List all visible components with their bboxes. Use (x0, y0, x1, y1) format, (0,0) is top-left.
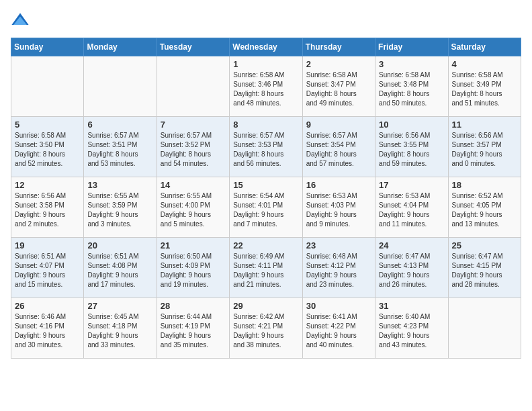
day-number: 9 (306, 120, 371, 130)
day-number: 19 (15, 240, 80, 250)
day-number: 29 (233, 301, 298, 311)
day-info: Sunrise: 6:56 AM Sunset: 3:58 PM Dayligh… (15, 191, 80, 229)
calendar-cell: 5Sunrise: 6:58 AM Sunset: 3:50 PM Daylig… (11, 117, 84, 177)
day-number: 16 (306, 180, 371, 190)
day-number: 27 (87, 301, 152, 311)
day-number: 25 (452, 240, 517, 250)
calendar-cell: 28Sunrise: 6:44 AM Sunset: 4:19 PM Dayli… (157, 298, 229, 359)
weekday-header-saturday: Saturday (448, 38, 521, 56)
day-number: 23 (306, 240, 371, 250)
day-info: Sunrise: 6:50 AM Sunset: 4:09 PM Dayligh… (161, 252, 226, 289)
day-number: 28 (161, 301, 226, 311)
weekday-header-wednesday: Wednesday (230, 38, 302, 56)
week-row-2: 5Sunrise: 6:58 AM Sunset: 3:50 PM Daylig… (11, 117, 521, 177)
day-info: Sunrise: 6:55 AM Sunset: 4:00 PM Dayligh… (161, 191, 226, 229)
weekday-header-thursday: Thursday (302, 38, 375, 56)
calendar-cell: 15Sunrise: 6:54 AM Sunset: 4:01 PM Dayli… (230, 177, 302, 238)
logo (11, 11, 32, 30)
calendar-cell: 6Sunrise: 6:57 AM Sunset: 3:51 PM Daylig… (84, 117, 157, 177)
weekday-header-sunday: Sunday (11, 38, 84, 56)
day-number: 15 (233, 180, 298, 190)
weekday-header-row: SundayMondayTuesdayWednesdayThursdayFrid… (11, 38, 521, 56)
day-info: Sunrise: 6:58 AM Sunset: 3:48 PM Dayligh… (379, 71, 444, 108)
logo-icon (11, 11, 30, 30)
calendar-cell: 8Sunrise: 6:57 AM Sunset: 3:53 PM Daylig… (230, 117, 302, 177)
calendar-cell: 2Sunrise: 6:58 AM Sunset: 3:47 PM Daylig… (302, 56, 375, 117)
calendar-cell: 24Sunrise: 6:47 AM Sunset: 4:13 PM Dayli… (375, 238, 448, 298)
day-number: 10 (379, 120, 444, 130)
day-number: 6 (87, 120, 152, 130)
calendar-cell (448, 298, 521, 359)
calendar-cell: 19Sunrise: 6:51 AM Sunset: 4:07 PM Dayli… (11, 238, 84, 298)
day-info: Sunrise: 6:57 AM Sunset: 3:54 PM Dayligh… (306, 131, 371, 169)
calendar-cell: 16Sunrise: 6:53 AM Sunset: 4:03 PM Dayli… (302, 177, 375, 238)
day-info: Sunrise: 6:56 AM Sunset: 3:55 PM Dayligh… (379, 131, 444, 169)
day-info: Sunrise: 6:49 AM Sunset: 4:11 PM Dayligh… (233, 252, 298, 289)
week-row-3: 12Sunrise: 6:56 AM Sunset: 3:58 PM Dayli… (11, 177, 521, 238)
calendar-cell: 11Sunrise: 6:56 AM Sunset: 3:57 PM Dayli… (448, 117, 521, 177)
day-info: Sunrise: 6:57 AM Sunset: 3:53 PM Dayligh… (233, 131, 298, 169)
calendar-cell: 22Sunrise: 6:49 AM Sunset: 4:11 PM Dayli… (230, 238, 302, 298)
week-row-1: 1Sunrise: 6:58 AM Sunset: 3:46 PM Daylig… (11, 56, 521, 117)
calendar-cell: 3Sunrise: 6:58 AM Sunset: 3:48 PM Daylig… (375, 56, 448, 117)
day-info: Sunrise: 6:53 AM Sunset: 4:04 PM Dayligh… (379, 191, 444, 229)
day-info: Sunrise: 6:56 AM Sunset: 3:57 PM Dayligh… (452, 131, 517, 169)
day-info: Sunrise: 6:58 AM Sunset: 3:46 PM Dayligh… (233, 71, 298, 108)
day-number: 13 (87, 180, 152, 190)
calendar-cell: 13Sunrise: 6:55 AM Sunset: 3:59 PM Dayli… (84, 177, 157, 238)
day-number: 3 (379, 59, 444, 69)
day-number: 4 (452, 59, 517, 69)
day-number: 18 (452, 180, 517, 190)
day-info: Sunrise: 6:57 AM Sunset: 3:52 PM Dayligh… (161, 131, 226, 169)
calendar-cell: 27Sunrise: 6:45 AM Sunset: 4:18 PM Dayli… (84, 298, 157, 359)
day-info: Sunrise: 6:58 AM Sunset: 3:50 PM Dayligh… (15, 131, 80, 169)
day-info: Sunrise: 6:58 AM Sunset: 3:49 PM Dayligh… (452, 71, 517, 108)
day-info: Sunrise: 6:55 AM Sunset: 3:59 PM Dayligh… (87, 191, 152, 229)
day-info: Sunrise: 6:41 AM Sunset: 4:22 PM Dayligh… (306, 312, 371, 350)
calendar-cell: 12Sunrise: 6:56 AM Sunset: 3:58 PM Dayli… (11, 177, 84, 238)
day-info: Sunrise: 6:48 AM Sunset: 4:12 PM Dayligh… (306, 252, 371, 289)
day-number: 11 (452, 120, 517, 130)
day-info: Sunrise: 6:40 AM Sunset: 4:23 PM Dayligh… (379, 312, 444, 350)
day-info: Sunrise: 6:51 AM Sunset: 4:08 PM Dayligh… (87, 252, 152, 289)
day-number: 26 (15, 301, 80, 311)
week-row-4: 19Sunrise: 6:51 AM Sunset: 4:07 PM Dayli… (11, 238, 521, 298)
calendar-table: SundayMondayTuesdayWednesdayThursdayFrid… (11, 38, 521, 359)
day-info: Sunrise: 6:42 AM Sunset: 4:21 PM Dayligh… (233, 312, 298, 350)
weekday-header-tuesday: Tuesday (157, 38, 229, 56)
calendar-cell: 9Sunrise: 6:57 AM Sunset: 3:54 PM Daylig… (302, 117, 375, 177)
calendar-cell: 20Sunrise: 6:51 AM Sunset: 4:08 PM Dayli… (84, 238, 157, 298)
calendar-cell: 21Sunrise: 6:50 AM Sunset: 4:09 PM Dayli… (157, 238, 229, 298)
day-number: 20 (87, 240, 152, 250)
day-number: 30 (306, 301, 371, 311)
day-number: 24 (379, 240, 444, 250)
day-info: Sunrise: 6:57 AM Sunset: 3:51 PM Dayligh… (87, 131, 152, 169)
calendar-cell: 25Sunrise: 6:47 AM Sunset: 4:15 PM Dayli… (448, 238, 521, 298)
weekday-header-monday: Monday (84, 38, 157, 56)
calendar-cell: 29Sunrise: 6:42 AM Sunset: 4:21 PM Dayli… (230, 298, 302, 359)
calendar-cell (84, 56, 157, 117)
day-info: Sunrise: 6:52 AM Sunset: 4:05 PM Dayligh… (452, 191, 517, 229)
calendar-cell: 31Sunrise: 6:40 AM Sunset: 4:23 PM Dayli… (375, 298, 448, 359)
calendar-cell: 1Sunrise: 6:58 AM Sunset: 3:46 PM Daylig… (230, 56, 302, 117)
calendar-cell: 7Sunrise: 6:57 AM Sunset: 3:52 PM Daylig… (157, 117, 229, 177)
weekday-header-friday: Friday (375, 38, 448, 56)
day-number: 2 (306, 59, 371, 69)
day-info: Sunrise: 6:44 AM Sunset: 4:19 PM Dayligh… (161, 312, 226, 350)
calendar-cell: 30Sunrise: 6:41 AM Sunset: 4:22 PM Dayli… (302, 298, 375, 359)
day-info: Sunrise: 6:51 AM Sunset: 4:07 PM Dayligh… (15, 252, 80, 289)
day-number: 12 (15, 180, 80, 190)
day-info: Sunrise: 6:46 AM Sunset: 4:16 PM Dayligh… (15, 312, 80, 350)
calendar-cell (11, 56, 84, 117)
calendar-cell: 26Sunrise: 6:46 AM Sunset: 4:16 PM Dayli… (11, 298, 84, 359)
day-info: Sunrise: 6:53 AM Sunset: 4:03 PM Dayligh… (306, 191, 371, 229)
calendar-cell: 18Sunrise: 6:52 AM Sunset: 4:05 PM Dayli… (448, 177, 521, 238)
day-number: 7 (161, 120, 226, 130)
day-info: Sunrise: 6:45 AM Sunset: 4:18 PM Dayligh… (87, 312, 152, 350)
page-header (11, 11, 521, 30)
day-number: 22 (233, 240, 298, 250)
day-number: 17 (379, 180, 444, 190)
day-number: 21 (161, 240, 226, 250)
day-number: 31 (379, 301, 444, 311)
day-info: Sunrise: 6:54 AM Sunset: 4:01 PM Dayligh… (233, 191, 298, 229)
